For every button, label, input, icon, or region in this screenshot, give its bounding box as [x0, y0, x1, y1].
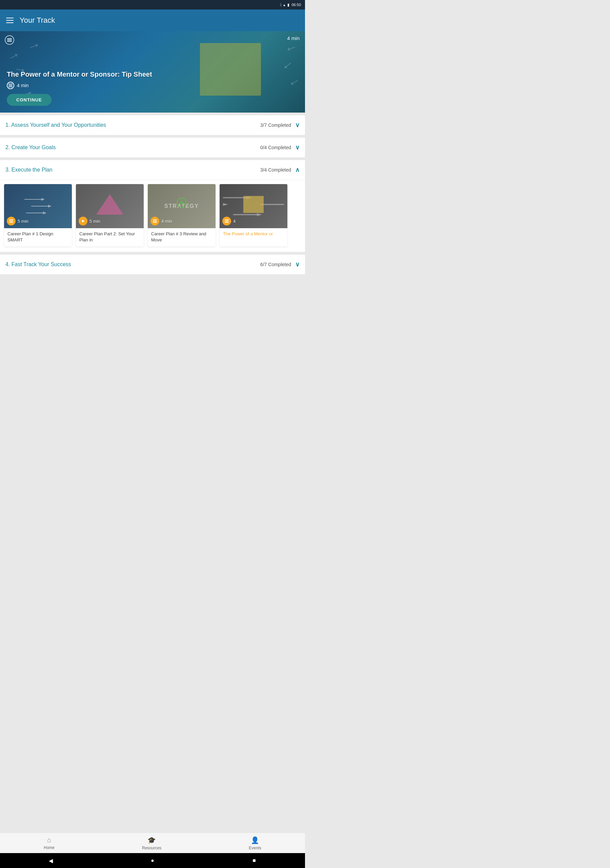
svg-marker-9 [48, 205, 51, 208]
deco-arrow-4: → [283, 40, 300, 59]
card-3-thumb: STRATEGY [148, 184, 215, 228]
svg-rect-3 [8, 84, 12, 84]
card-1-duration: 5 min [18, 219, 28, 224]
card-4-duration: 4 [233, 219, 235, 224]
hero-duration: 4 min [287, 35, 300, 41]
card-3-duration: 4 min [161, 219, 172, 224]
card-1-label: Career Plan # 1 Design SMART [4, 228, 72, 246]
card-1-thumb: 5 min [4, 184, 72, 228]
hamburger-menu[interactable] [6, 18, 14, 23]
section-1-progress: 3/7 Completed [260, 122, 291, 128]
card-1-badge: 5 min [7, 217, 28, 225]
svg-marker-24 [257, 213, 262, 216]
section-4-right: 6/7 Completed ∨ [260, 261, 300, 268]
svg-marker-22 [223, 203, 228, 206]
wifi-icon: ▴ [283, 3, 285, 7]
bluetooth-icon: 𔋱 [280, 3, 281, 7]
hero-list-icon [5, 35, 14, 45]
svg-rect-13 [9, 221, 13, 222]
svg-marker-7 [41, 198, 45, 201]
card-4[interactable]: 4 The Power of a Mentor or [220, 184, 287, 246]
section-4-progress: 6/7 Completed [260, 262, 291, 267]
svg-rect-26 [224, 221, 229, 222]
svg-rect-16 [153, 219, 157, 220]
svg-marker-11 [43, 212, 46, 214]
hero-title: The Power of a Mentor or Sponsor: Tip Sh… [7, 71, 298, 78]
status-bar: 𔋱 ▴ ▮ 06:50 [0, 0, 305, 9]
card-2-thumb: 5 min [76, 184, 144, 228]
svg-rect-27 [224, 222, 229, 223]
card-2-duration: 5 min [90, 219, 100, 224]
svg-rect-17 [153, 221, 157, 222]
hero-meta-duration: 4 min [17, 83, 28, 88]
svg-rect-25 [224, 219, 229, 220]
section-2: 2. Create Your Goals 0/4 Completed ∨ [0, 138, 305, 157]
cards-row: 5 min Career Plan # 1 Design SMART [0, 180, 305, 252]
card-2-label: Career Plan Part 2: Set Your Plan in [76, 228, 144, 246]
card-2-play-icon [79, 217, 87, 225]
section-4-header[interactable]: 4. Fast Track Your Success 6/7 Completed… [0, 255, 305, 274]
header-title: Your Track [20, 16, 55, 25]
svg-rect-5 [8, 87, 12, 87]
hero-banner: → → → → → → → 4 min The Power of a Mento… [0, 31, 305, 113]
hero-meta: 4 min [7, 82, 298, 89]
hero-meta-icon [7, 82, 14, 89]
card-4-gold-square [243, 196, 264, 213]
section-1-right: 3/7 Completed ∨ [260, 121, 300, 129]
card-3[interactable]: STRATEGY [148, 184, 215, 246]
page-content: → → → → → → → 4 min The Power of a Mento… [0, 31, 305, 321]
app-header: Your Track [0, 9, 305, 31]
section-3-header[interactable]: 3. Execute the Plan 3/4 Completed ∧ [0, 160, 305, 180]
card-3-list-icon [150, 217, 159, 225]
section-3-chevron: ∧ [295, 166, 300, 174]
svg-rect-4 [8, 85, 12, 86]
card-3-label: Career Plan # 3 Review and Move [148, 228, 215, 246]
sections-list: 1. Assess Yourself and Your Opportunitie… [0, 113, 305, 280]
section-4-title: 4. Fast Track Your Success [5, 261, 71, 268]
deco-arrow-1: → [25, 36, 43, 55]
status-time: 06:50 [291, 3, 301, 7]
svg-rect-14 [9, 222, 13, 223]
status-icons: 𔋱 ▴ ▮ 06:50 [280, 3, 301, 7]
section-4-chevron: ∨ [295, 261, 300, 268]
svg-marker-15 [82, 220, 85, 222]
card-4-label: The Power of a Mentor or [220, 228, 287, 240]
section-2-right: 0/4 Completed ∨ [260, 144, 300, 151]
section-3-content: 5 min Career Plan # 1 Design SMART [0, 180, 305, 252]
section-3-right: 3/4 Completed ∧ [260, 166, 300, 174]
section-2-progress: 0/4 Completed [260, 145, 291, 150]
svg-rect-2 [7, 41, 12, 42]
card-1-list-icon [7, 217, 15, 225]
card-1[interactable]: 5 min Career Plan # 1 Design SMART [4, 184, 72, 246]
section-1: 1. Assess Yourself and Your Opportunitie… [0, 115, 305, 135]
section-2-chevron: ∨ [295, 144, 300, 151]
section-3-progress: 3/4 Completed [260, 167, 291, 173]
section-1-chevron: ∨ [295, 121, 300, 129]
battery-icon: ▮ [287, 3, 290, 7]
card-2-badge: 5 min [79, 217, 100, 225]
section-1-header[interactable]: 1. Assess Yourself and Your Opportunitie… [0, 115, 305, 135]
section-3: 3. Execute the Plan 3/4 Completed ∧ [0, 160, 305, 252]
card-4-badge: 4 [222, 217, 235, 225]
card-4-list-icon [222, 217, 231, 225]
svg-rect-0 [7, 38, 12, 39]
card-4-thumb: 4 [220, 184, 287, 228]
section-1-title: 1. Assess Yourself and Your Opportunitie… [5, 122, 106, 128]
card-3-badge: 4 min [150, 217, 172, 225]
section-4: 4. Fast Track Your Success 6/7 Completed… [0, 255, 305, 274]
svg-rect-18 [153, 222, 157, 223]
section-2-header[interactable]: 2. Create Your Goals 0/4 Completed ∨ [0, 138, 305, 157]
section-3-title: 3. Execute the Plan [5, 167, 53, 173]
svg-rect-1 [7, 40, 12, 40]
card-2[interactable]: 5 min Career Plan Part 2: Set Your Plan … [76, 184, 144, 246]
continue-button[interactable]: CONTINUE [7, 94, 51, 106]
section-2-title: 2. Create Your Goals [5, 144, 56, 150]
svg-rect-12 [9, 219, 13, 220]
